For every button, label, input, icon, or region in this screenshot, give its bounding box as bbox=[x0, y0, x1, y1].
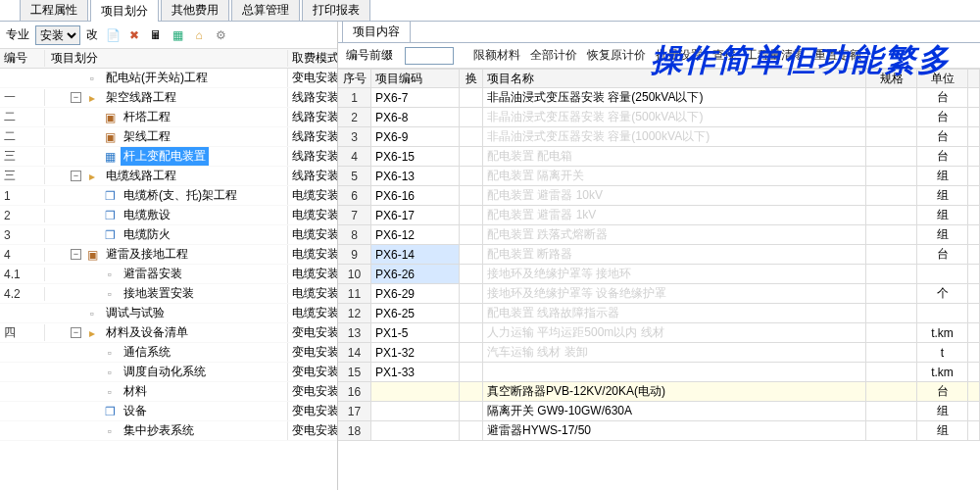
grid-row[interactable]: 4PX6-15配电装置 配电箱台 bbox=[338, 147, 980, 167]
grid-row[interactable]: 7PX6-17配电装置 避雷器 1kV组 bbox=[338, 206, 980, 225]
tree-row-node[interactable]: ▫材料 bbox=[45, 382, 288, 401]
tree-row[interactable]: ▫通信系统变电安装 bbox=[0, 343, 337, 363]
grid-row[interactable]: 13PX1-5人力运输 平均运距500m以内 线材t.km bbox=[338, 323, 980, 343]
tree-row-node[interactable]: ❐电缆敷设 bbox=[45, 206, 288, 224]
grid-row[interactable]: 11PX6-29接地环及绝缘护罩等 设备绝缘护罩个 bbox=[338, 284, 980, 304]
toolbar-gear-icon[interactable]: ⚙ bbox=[212, 26, 229, 44]
grid-row[interactable]: 8PX6-12配电装置 跌落式熔断器组 bbox=[338, 225, 980, 245]
expander-blank bbox=[88, 112, 99, 122]
folder-icon: ▸ bbox=[84, 91, 100, 105]
grid-row[interactable]: 12PX6-25配电装置 线路故障指示器 bbox=[338, 304, 980, 323]
tree-row[interactable]: 三▦杆上变配电装置线路安装 bbox=[0, 147, 337, 167]
top-tab-0[interactable]: 工程属性 bbox=[20, 0, 88, 21]
grid-cell-unit: t.km bbox=[917, 323, 968, 342]
tree-row-node[interactable]: −▣避雷及接地工程 bbox=[45, 245, 288, 264]
grid-cell-swap bbox=[460, 206, 483, 224]
tree-row[interactable]: 4.1▫避雷器安装电缆安装 bbox=[0, 265, 337, 284]
top-tab-4[interactable]: 打印报表 bbox=[302, 0, 370, 21]
tree-row[interactable]: 4.2▫接地装置安装电缆安装 bbox=[0, 284, 337, 304]
tree-row-node[interactable]: ▣架线工程 bbox=[45, 127, 288, 146]
tree-row-node[interactable]: ▫集中抄表系统 bbox=[45, 421, 288, 440]
tree-row-node[interactable]: ▣杆塔工程 bbox=[45, 108, 288, 126]
tree-row[interactable]: 四−▸材料及设备清单变电安装 bbox=[0, 323, 337, 343]
prefix-input[interactable] bbox=[405, 47, 454, 65]
tree-row[interactable]: 二▣杆塔工程线路安装 bbox=[0, 108, 337, 127]
grid-cell-unit: 组 bbox=[917, 421, 968, 440]
tree-row[interactable]: ▫集中抄表系统变电安装 bbox=[0, 421, 337, 441]
grid-cell-unit: 组 bbox=[917, 167, 968, 185]
tree-row[interactable]: 4−▣避雷及接地工程电缆安装 bbox=[0, 245, 337, 265]
grid-cell-tail bbox=[968, 167, 980, 185]
tb-link-0[interactable]: 限额材料 bbox=[473, 48, 520, 62]
top-tab-1[interactable]: 项目划分 bbox=[90, 0, 159, 22]
tree-row-node[interactable]: ❐电缆桥(支、托)架工程 bbox=[45, 186, 288, 205]
tree-row-node[interactable]: ▫接地装置安装 bbox=[45, 284, 288, 303]
grid-cell-code: PX6-14 bbox=[371, 245, 460, 264]
tree-row-node[interactable]: ▫通信系统 bbox=[45, 343, 288, 362]
tree-row-node[interactable]: −▸架空线路工程 bbox=[45, 88, 288, 107]
grid-row[interactable]: 18避雷器HYWS-17/50组 bbox=[338, 421, 980, 441]
tb-link-2[interactable]: 恢复原计价 bbox=[587, 48, 646, 62]
grid-row[interactable]: 2PX6-8非晶油浸式变压器安装 容量(500kVA以下)台 bbox=[338, 108, 980, 127]
specialty-select[interactable]: 安装 bbox=[35, 25, 80, 45]
tree-row-node[interactable]: ▫避雷器安装 bbox=[45, 265, 288, 283]
tree-row-mode: 线路安装 bbox=[288, 128, 337, 145]
collapse-icon[interactable]: − bbox=[71, 327, 81, 338]
tree-row-node[interactable]: ▫配电站(开关站)工程 bbox=[45, 69, 288, 87]
grid-cell-spec bbox=[866, 147, 917, 166]
grid-cell-unit bbox=[917, 265, 968, 283]
tree-row-node[interactable]: ❐电缆防火 bbox=[45, 225, 288, 244]
grid-row[interactable]: 16真空断路器PVB-12KV/20KA(电动)台 bbox=[338, 382, 980, 402]
collapse-icon[interactable]: − bbox=[71, 171, 81, 181]
grid-row[interactable]: 3PX6-9非晶油浸式变压器安装 容量(1000kVA以下)台 bbox=[338, 127, 980, 147]
toolbar-chart-icon[interactable]: ▦ bbox=[169, 26, 186, 44]
grid-row[interactable]: 9PX6-14配电装置 断路器台 bbox=[338, 245, 980, 265]
top-tab-2[interactable]: 其他费用 bbox=[161, 0, 229, 21]
tree-row[interactable]: 一−▸架空线路工程线路安装 bbox=[0, 88, 337, 108]
tree-row[interactable]: 2❐电缆敷设电缆安装 bbox=[0, 206, 337, 225]
tree-row[interactable]: ▫材料变电安装 bbox=[0, 382, 337, 402]
grid-row[interactable]: 1PX6-7非晶油浸式变压器安装 容量(250kVA以下)台 bbox=[338, 88, 980, 108]
grid-row[interactable]: 10PX6-26接地环及绝缘护罩等 接地环 bbox=[338, 265, 980, 284]
tree-row-label: 材料及设备清单 bbox=[103, 323, 191, 342]
tree-row-node[interactable]: −▸材料及设备清单 bbox=[45, 323, 288, 342]
toolbar-calc-icon[interactable]: 🖩 bbox=[147, 26, 165, 44]
tree-row-node[interactable]: ▦杆上变配电装置 bbox=[45, 147, 288, 166]
tree-row[interactable]: 二▣架线工程线路安装 bbox=[0, 127, 337, 147]
toolbar-house-icon[interactable]: ⌂ bbox=[190, 26, 208, 44]
grid-cell-seq: 8 bbox=[338, 225, 371, 244]
tree-row[interactable]: 三−▸电缆线路工程线路安装 bbox=[0, 167, 337, 186]
tree-row-label: 电缆线路工程 bbox=[103, 167, 179, 185]
tree-row[interactable]: ❐设备变电安装 bbox=[0, 402, 337, 421]
tree-row[interactable]: ▫配电站(开关站)工程变电安装 bbox=[0, 69, 337, 88]
grid-row[interactable]: 17隔离开关 GW9-10GW/630A组 bbox=[338, 402, 980, 421]
tab-project-content[interactable]: 项目内容 bbox=[342, 22, 411, 42]
tree-row-mode: 线路安装 bbox=[288, 168, 337, 184]
expander-blank bbox=[71, 308, 81, 318]
tree-row-node[interactable]: ▫调度自动化系统 bbox=[45, 363, 288, 381]
top-tab-3[interactable]: 总算管理 bbox=[231, 0, 300, 21]
book-icon: ▣ bbox=[102, 130, 118, 144]
tree-row[interactable]: 1❐电缆桥(支、托)架工程电缆安装 bbox=[0, 186, 337, 206]
grid-row[interactable]: 6PX6-16配电装置 避雷器 10kV组 bbox=[338, 186, 980, 206]
grid-cell-name: 配电装置 跌落式熔断器 bbox=[483, 225, 866, 244]
toolbar-delete-icon[interactable]: ✖ bbox=[125, 26, 143, 44]
grid-cell-seq: 13 bbox=[338, 323, 371, 342]
grid-cell-spec bbox=[866, 88, 917, 107]
grid-row[interactable]: 14PX1-32汽车运输 线材 装卸t bbox=[338, 343, 980, 363]
tree-row[interactable]: ▫调度自动化系统变电安装 bbox=[0, 363, 337, 382]
collapse-icon[interactable]: − bbox=[71, 92, 81, 103]
toolbar-doc-icon[interactable]: 📄 bbox=[104, 26, 122, 44]
tree-row-node[interactable]: ❐设备 bbox=[45, 402, 288, 420]
grid-cell-spec bbox=[866, 421, 917, 440]
tree-row[interactable]: ▫调试与试验电缆安装 bbox=[0, 304, 337, 323]
grid-row[interactable]: 5PX6-13配电装置 隔离开关组 bbox=[338, 167, 980, 186]
tree-row[interactable]: 3❐电缆防火电缆安装 bbox=[0, 225, 337, 245]
collapse-icon[interactable]: − bbox=[71, 249, 81, 260]
tree-row-node[interactable]: ▫调试与试验 bbox=[45, 304, 288, 322]
grid-cell-name: 接地环及绝缘护罩等 接地环 bbox=[483, 265, 866, 283]
tree-row-label: 杆上变配电装置 bbox=[121, 147, 209, 166]
tree-row-node[interactable]: −▸电缆线路工程 bbox=[45, 167, 288, 185]
grid-row[interactable]: 15PX1-33t.km bbox=[338, 363, 980, 382]
tb-link-1[interactable]: 全部计价 bbox=[530, 48, 577, 62]
